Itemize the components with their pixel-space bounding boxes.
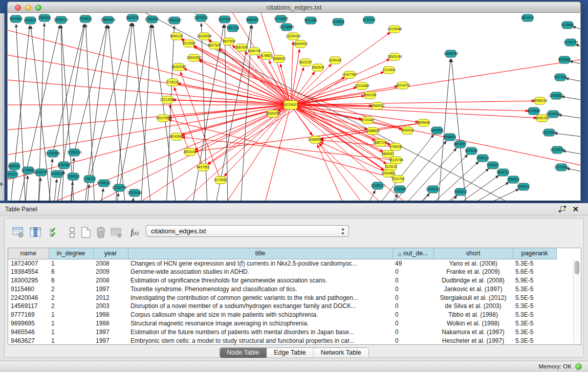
graph-edge[interactable]: [562, 151, 580, 154]
cell-pagerank[interactable]: 5.3E-5: [513, 311, 556, 319]
cell-year[interactable]: 1997: [93, 285, 128, 293]
cell-in_degree[interactable]: 1: [49, 319, 93, 328]
cell-pagerank[interactable]: 5.3E-5: [513, 302, 556, 311]
table-mode-button[interactable]: [11, 225, 25, 240]
graph-edge[interactable]: [49, 159, 52, 201]
graph-edge[interactable]: [558, 115, 580, 118]
cell-pagerank[interactable]: 5.9E-5: [513, 276, 556, 285]
graph-edge[interactable]: [570, 61, 580, 64]
column-header-short[interactable]: short: [433, 248, 513, 259]
cell-year[interactable]: 1998: [93, 319, 128, 328]
cell-year[interactable]: 2008: [93, 276, 128, 285]
cell-title[interactable]: Estimation of significance thresholds fo…: [128, 276, 393, 285]
cell-short[interactable]: Jankovic et al. (1997): [433, 285, 513, 293]
graph-edge[interactable]: [133, 23, 151, 201]
tab-network-table[interactable]: Network Table: [314, 348, 368, 358]
table-row[interactable]: 1830029562008Estimation of significance …: [8, 276, 581, 285]
cell-name[interactable]: 9699695: [8, 319, 49, 328]
cell-name[interactable]: 9777169: [8, 311, 49, 319]
cell-name[interactable]: 18724007: [8, 259, 49, 268]
cell-name[interactable]: 9115460: [8, 285, 49, 293]
cell-name[interactable]: 9463627: [8, 336, 49, 345]
window-titlebar[interactable]: citations_edges.txt: [7, 2, 581, 13]
cell-short[interactable]: Yano et al. (2008): [433, 259, 513, 268]
column-header-title[interactable]: title: [128, 248, 393, 259]
cell-pagerank[interactable]: 5.5E-5: [513, 293, 556, 302]
cell-title[interactable]: Corpus callosum shape and size in male p…: [128, 311, 393, 319]
cell-out_degree[interactable]: 0: [393, 276, 433, 285]
graph-edge[interactable]: [445, 195, 457, 201]
column-header-out_degree[interactable]: △out_de...: [393, 248, 433, 259]
cell-short[interactable]: Wolkin et al. (1998): [433, 319, 513, 328]
cell-out_degree[interactable]: 0: [393, 311, 433, 319]
cell-out_degree[interactable]: 0: [393, 302, 433, 311]
graph-edge[interactable]: [85, 24, 95, 201]
cell-in_degree[interactable]: 1: [49, 327, 93, 336]
table-row[interactable]: 946362711997Embryonic stem cells: a mode…: [8, 336, 581, 345]
function-builder-button[interactable]: f(x): [127, 225, 142, 240]
cell-out_degree[interactable]: 0: [393, 336, 433, 345]
table-row[interactable]: 1456911722003Disruption of a novel membe…: [8, 302, 581, 311]
graph-edge[interactable]: [132, 198, 134, 201]
cell-name[interactable]: 14569117: [8, 302, 49, 311]
graph-edge[interactable]: [201, 23, 207, 201]
collapse-arrow-icon[interactable]: [1, 182, 3, 186]
cell-in_degree[interactable]: 2: [49, 302, 93, 311]
cell-in_degree[interactable]: 2: [49, 293, 93, 302]
graph-edge[interactable]: [291, 105, 391, 145]
cell-pagerank[interactable]: 5.6E-5: [513, 268, 556, 276]
graph-edge[interactable]: [54, 179, 57, 201]
select-all-button[interactable]: [47, 225, 61, 240]
cell-pagerank[interactable]: 5.3E-5: [513, 319, 556, 328]
cell-in_degree[interactable]: 2: [49, 285, 93, 293]
column-visibility-button[interactable]: [28, 225, 42, 240]
cell-title[interactable]: Tourette syndrome. Phenomenology and cla…: [128, 285, 393, 293]
close-panel-icon[interactable]: ✕: [572, 204, 579, 214]
table-row[interactable]: 1872400712008Changes of HCN gene express…: [8, 259, 581, 268]
cell-in_degree[interactable]: 6: [49, 276, 93, 285]
graph-edge[interactable]: [319, 143, 386, 201]
cell-out_degree[interactable]: 0: [393, 268, 433, 276]
table-row[interactable]: 1938455462009Genome-wide association stu…: [8, 268, 581, 276]
graph-edge[interactable]: [478, 189, 519, 201]
cell-short[interactable]: Franke et al. (2009): [433, 268, 513, 276]
graph-edge[interactable]: [108, 25, 125, 201]
column-header-in_degree[interactable]: in_degree: [49, 248, 93, 259]
graph-edge[interactable]: [25, 176, 28, 201]
table-row[interactable]: 911546021997Tourette syndrome. Phenomeno…: [8, 285, 581, 293]
graph-edge[interactable]: [573, 27, 580, 29]
float-panel-icon[interactable]: [558, 206, 567, 213]
table-row[interactable]: 946554611997Estimation of the future num…: [8, 327, 581, 336]
delete-column-button[interactable]: [94, 225, 108, 240]
cell-pagerank[interactable]: 5.3E-5: [513, 259, 556, 268]
cell-out_degree[interactable]: 0: [393, 319, 433, 328]
cell-pagerank[interactable]: 5.3E-5: [513, 327, 556, 336]
graph-edge[interactable]: [291, 72, 384, 105]
table-row[interactable]: 969969511998Structural magnetic resonanc…: [8, 319, 581, 328]
cell-year[interactable]: 2009: [93, 268, 128, 276]
cell-out_degree[interactable]: 0: [393, 293, 433, 302]
cell-in_degree[interactable]: 6: [49, 268, 93, 276]
cell-short[interactable]: Nakamura et al. (1997): [433, 327, 513, 336]
unselect-all-button[interactable]: [65, 225, 79, 240]
cell-in_degree[interactable]: 1: [49, 259, 93, 268]
tab-edge-table[interactable]: Edge Table: [267, 348, 313, 358]
new-column-button[interactable]: [78, 225, 93, 240]
graph-edge[interactable]: [366, 190, 375, 201]
graph-edge[interactable]: [317, 144, 345, 201]
cell-in_degree[interactable]: 1: [49, 336, 93, 345]
cell-title[interactable]: Estimation of the future numbers of pati…: [128, 327, 393, 336]
cell-year[interactable]: 1997: [93, 327, 128, 336]
cell-name[interactable]: 19384554: [8, 268, 49, 276]
cell-title[interactable]: Structural magnetic resonance image aver…: [128, 319, 393, 328]
cell-short[interactable]: Dudbridge et al. (2008): [433, 276, 513, 285]
network-view[interactable]: 1872400718300295966012589129551822605898…: [7, 13, 581, 201]
scrollbar-thumb[interactable]: [575, 261, 579, 274]
cell-out_degree[interactable]: 49: [393, 259, 433, 268]
cell-out_degree[interactable]: 0: [393, 327, 433, 336]
graph-edge[interactable]: [561, 97, 580, 100]
cell-pagerank[interactable]: 5.3E-5: [513, 285, 556, 293]
graph-edge[interactable]: [291, 105, 529, 111]
cell-short[interactable]: Tibbo et al. (1998): [433, 311, 513, 319]
cell-out_degree[interactable]: 0: [393, 285, 433, 293]
